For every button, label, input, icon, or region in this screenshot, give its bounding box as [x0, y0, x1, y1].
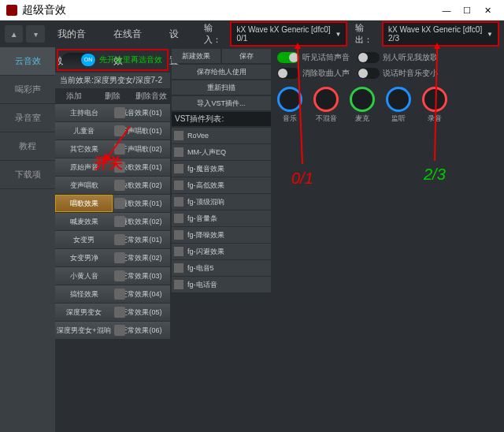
effect-preset-list: 低音效果(01)干声唱歌(01)干声唱歌(02)快歌效果(01)快歌效果(02)… [113, 104, 170, 432]
plugin-icon [174, 197, 183, 207]
effect-category-item[interactable]: 女变男 [55, 231, 113, 248]
knob-不混音[interactable]: 不混音 [313, 87, 339, 124]
opt-others-hear-music[interactable]: 别人听见我放歌 [358, 52, 438, 63]
effect-preset-item[interactable]: 正常效果(03) [113, 267, 170, 285]
output-device-select[interactable]: kX Wave kX Generic [dfc0] 2/3 ▼ [382, 21, 499, 47]
opt-hear-mic[interactable]: 听见话筒声音 [277, 52, 350, 63]
save-button[interactable]: 保存 [222, 49, 271, 63]
disk-icon [114, 125, 125, 136]
effect-preset-item[interactable]: 慢歌效果(01) [113, 195, 170, 212]
save-for-others-button[interactable]: 保存给他人使用 [172, 65, 271, 79]
maximize-button[interactable]: ☐ [457, 2, 477, 18]
effect-preset-item[interactable]: 正常效果(05) [113, 304, 170, 321]
opt-remove-vocals[interactable]: 消除歌曲人声 [277, 68, 350, 79]
effect-preset-item[interactable]: 快歌效果(02) [113, 177, 170, 194]
nav-cloud-effects[interactable]: 云音效 [0, 47, 55, 76]
subtab-remove-effect[interactable]: 删除音效 [132, 88, 170, 104]
disk-icon [114, 325, 125, 336]
dropdown-button[interactable]: ▾ [26, 25, 44, 43]
app-logo [6, 5, 17, 16]
chevron-down-icon: ▼ [335, 31, 341, 38]
disk-icon [114, 252, 125, 263]
vst-plugin-item[interactable]: RoVee [172, 128, 271, 143]
tab-settings[interactable]: 设置 [160, 20, 196, 47]
nav-cheers[interactable]: 喝彩声 [0, 76, 55, 104]
plugin-icon [174, 131, 183, 140]
new-effect-button[interactable]: 新建效果 [172, 49, 220, 63]
effect-category-item[interactable]: 深度男变女+混响 [55, 322, 113, 339]
vst-panel: 新建效果 保存 保存给他人使用 重新扫描 导入VST插件... VST插件列表:… [170, 47, 272, 432]
import-vst-button[interactable]: 导入VST插件... [172, 96, 271, 110]
subtab-add[interactable]: 添加 [55, 88, 94, 104]
effect-category-item[interactable]: 变声唱歌 [55, 177, 113, 194]
content-area: 云音效 喝彩声 录音室 教程 下载项 ON 先开这里再选音效 当前效果:深度男变… [0, 47, 504, 432]
knob-麦克[interactable]: 麦克 [350, 87, 375, 124]
rescan-button[interactable]: 重新扫描 [172, 80, 271, 95]
output-label: 输出： [355, 22, 379, 46]
opt-duck-music[interactable]: 说话时音乐变小 [358, 68, 438, 79]
knob-音乐[interactable]: 音乐 [277, 87, 302, 124]
effect-preset-item[interactable]: 正常效果(04) [113, 285, 170, 303]
minimize-button[interactable]: — [436, 2, 457, 18]
input-label: 输入： [204, 22, 228, 46]
effect-category-item[interactable]: 喊麦效果 [55, 213, 113, 230]
menu-button[interactable]: ▲ [5, 25, 23, 43]
toggle-knob: ON [81, 54, 95, 66]
vst-plugin-item[interactable]: fg-电话音 [172, 277, 271, 292]
vst-plugin-item[interactable]: fg-高低效果 [172, 177, 271, 193]
vst-list-label: VST插件列表: [172, 112, 271, 126]
subtab-delete[interactable]: 删除 [94, 88, 132, 104]
effect-category-list: 主持电台儿童音其它效果原始声音变声唱歌唱歌效果喊麦效果女变男女变男净小黄人音搞怪… [55, 104, 113, 432]
effect-category-item[interactable]: 搞怪效果 [55, 285, 113, 303]
effect-preset-item[interactable]: 快歌效果(01) [113, 158, 170, 176]
master-toggle[interactable]: ON [61, 53, 96, 67]
effects-two-col: 主持电台儿童音其它效果原始声音变声唱歌唱歌效果喊麦效果女变男女变男净小黄人音搞怪… [55, 104, 170, 432]
disk-icon [114, 234, 125, 245]
right-panel: 听见话筒声音 别人听见我放歌 消除歌曲人声 说话时音乐变小 音乐不混音麦克监听录… [272, 47, 504, 432]
titlebar: 超级音效 — ☐ ✕ [0, 0, 504, 20]
knob-label: 音乐 [283, 114, 297, 124]
vst-plugin-item[interactable]: fg-降噪效果 [172, 227, 271, 243]
left-nav: 云音效 喝彩声 录音室 教程 下载项 [0, 47, 55, 432]
disk-icon [114, 143, 125, 155]
plugin-icon [174, 214, 183, 223]
effect-preset-item[interactable]: 正常效果(01) [113, 231, 170, 248]
plugin-icon [174, 230, 183, 240]
effect-category-item[interactable]: 儿童音 [55, 122, 113, 140]
effect-preset-item[interactable]: 干声唱歌(01) [113, 122, 170, 140]
effect-preset-item[interactable]: 正常效果(06) [113, 322, 170, 339]
effect-category-item[interactable]: 深度男变女 [55, 304, 113, 321]
vst-plugin-item[interactable]: fg-顶级混响 [172, 194, 271, 210]
plugin-icon [174, 164, 183, 173]
vst-plugin-item[interactable]: fg-电音5 [172, 260, 271, 276]
tab-online-effects[interactable]: 在线音效 [104, 20, 157, 47]
toggle-hint: 先开这里再选音效 [99, 54, 162, 65]
chevron-down-icon: ▼ [487, 31, 493, 38]
vst-plugin-item[interactable]: fg-闪避效果 [172, 244, 271, 259]
nav-tutorial[interactable]: 教程 [0, 132, 55, 161]
effect-category-item[interactable]: 原始声音 [55, 158, 113, 176]
input-device-select[interactable]: kX Wave kX Generic [dfc0] 0/1 ▼ [230, 21, 347, 47]
nav-studio[interactable]: 录音室 [0, 104, 55, 132]
vst-plugin-item[interactable]: MM-人声EQ [172, 144, 271, 160]
effect-category-item[interactable]: 女变男净 [55, 249, 113, 266]
knob-录音[interactable]: 录音 [422, 87, 447, 124]
effect-preset-item[interactable]: 慢歌效果(02) [113, 213, 170, 230]
disk-icon [114, 270, 125, 281]
knob-监听[interactable]: 监听 [386, 87, 411, 124]
effect-preset-item[interactable]: 正常效果(02) [113, 249, 170, 266]
effect-category-item[interactable]: 小黄人音 [55, 267, 113, 285]
plugin-icon [174, 280, 183, 289]
vst-plugin-item[interactable]: fg-音量条 [172, 210, 271, 226]
output-device-value: kX Wave kX Generic [dfc0] 2/3 [388, 25, 484, 43]
effect-category-item[interactable]: 唱歌效果 [55, 195, 113, 212]
disk-icon [114, 216, 125, 227]
nav-downloads[interactable]: 下载项 [0, 161, 55, 189]
effect-preset-item[interactable]: 低音效果(01) [113, 104, 170, 121]
tab-my-effects[interactable]: 我的音效 [48, 20, 101, 47]
effect-category-item[interactable]: 其它效果 [55, 140, 113, 158]
effect-category-item[interactable]: 主持电台 [55, 104, 113, 121]
vst-plugin-item[interactable]: fg-魔音效果 [172, 161, 271, 177]
close-button[interactable]: ✕ [477, 2, 498, 18]
effect-preset-item[interactable]: 干声唱歌(02) [113, 140, 170, 158]
